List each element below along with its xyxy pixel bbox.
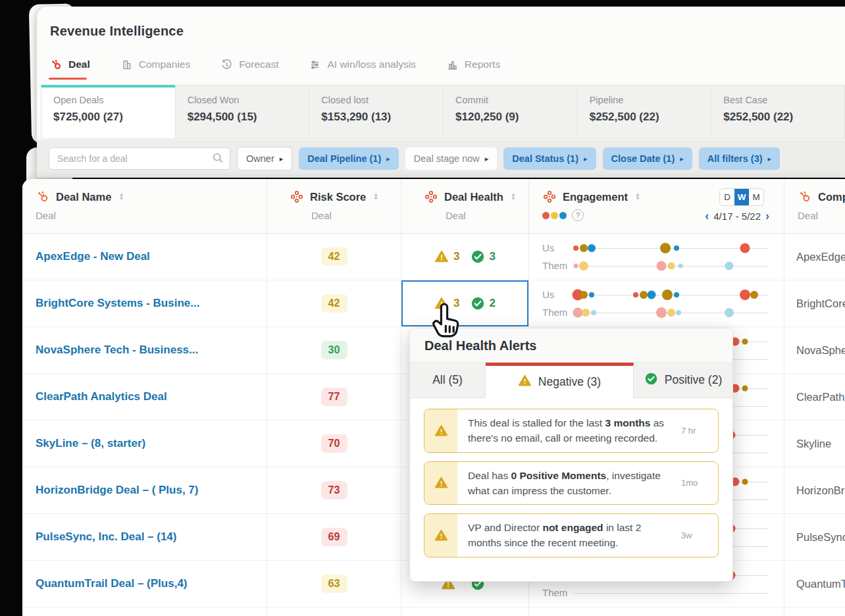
- filter-deal-pipeline[interactable]: Deal Pipeline (1) ▸: [299, 147, 399, 170]
- summary-label: Closed Won: [188, 95, 309, 105]
- column-title: Engagement: [563, 191, 628, 203]
- column-title: Risk Score: [310, 191, 366, 203]
- chevron-right-icon: ▸: [485, 155, 489, 163]
- search-input[interactable]: [49, 147, 230, 170]
- sort-arrows-icon: ▲▼: [511, 193, 516, 201]
- summary-card-closed-won[interactable]: Closed Won $294,500 (15): [175, 85, 309, 139]
- summary-value: $725,000 (27): [53, 111, 175, 124]
- engagement-dot-blue: [674, 245, 679, 251]
- alert-text: Deal has 0 Positive Moments, investigate…: [457, 462, 681, 505]
- popup-tab-label: All (5): [432, 373, 463, 387]
- warning-icon: [424, 409, 457, 452]
- deal-name-link[interactable]: QuantumTrail Deal – (Plus,4): [22, 577, 188, 590]
- summary-card-closed-lost[interactable]: Closed lost $153,290 (13): [309, 85, 443, 139]
- table-header: Deal Name ▲▼ Deal Risk Score ▲▼ Deal: [22, 179, 845, 234]
- filter-owner[interactable]: Owner ▸: [237, 147, 292, 170]
- popup-tab-all[interactable]: All (5): [410, 363, 486, 398]
- filter-all-filters[interactable]: All filters (3) ▸: [699, 147, 780, 170]
- engagement-us-label: Us: [542, 289, 574, 300]
- health-cross-icon: [542, 190, 557, 204]
- filter-deal-status[interactable]: Deal Status (1) ▸: [503, 147, 596, 170]
- popup-tab-negative[interactable]: Negative (3): [486, 363, 634, 398]
- warning-icon: [434, 296, 449, 311]
- deal-health-alerts-popup: Deal Health Alerts All (5) Negative (3) …: [409, 328, 733, 582]
- engagement-dot-olive: [742, 385, 748, 391]
- company-cell: Skyline: [784, 421, 845, 467]
- filter-label: All filters (3): [707, 153, 763, 164]
- column-title: Company: [818, 191, 845, 203]
- engagement-dot-red: [740, 290, 750, 300]
- filter-label: Deal Pipeline (1): [307, 153, 381, 164]
- engagement-dot-blue: [588, 244, 596, 252]
- popup-tab-label: Negative (3): [538, 375, 601, 389]
- summary-card-pipeline[interactable]: Pipeline $252,500 (22): [577, 85, 711, 139]
- deal-health-cell-selected[interactable]: 32: [401, 280, 529, 326]
- next-range-icon[interactable]: ›: [765, 211, 769, 221]
- nav-tab-label: AI win/loss analysis: [327, 59, 415, 70]
- engagement-us-line: Us: [542, 242, 768, 255]
- nav-tab-ai-winloss[interactable]: AI win/loss analysis: [309, 53, 415, 76]
- granularity-toggle: D W M: [719, 188, 764, 206]
- deal-name-link[interactable]: ClearPath Analytics Deal: [22, 390, 167, 403]
- engagement-them-track: [574, 586, 768, 600]
- column-header-deal-name[interactable]: Deal Name ▲▼ Deal: [22, 179, 267, 233]
- filter-label: Close Date (1): [611, 153, 675, 164]
- summary-value: $120,250 (9): [455, 111, 577, 124]
- company-cell: [784, 607, 845, 616]
- company-cell: HorizonBridge: [784, 467, 845, 513]
- prev-range-icon[interactable]: ‹: [705, 211, 709, 221]
- nav-tab-label: Forecast: [239, 59, 278, 70]
- negative-count: 3: [453, 297, 459, 310]
- buildings-icon: [120, 59, 133, 71]
- toggle-month[interactable]: M: [749, 189, 763, 205]
- summary-card-commit[interactable]: Commit $120,250 (9): [443, 85, 577, 139]
- deal-name-link[interactable]: BrightCore Systems - Busine...: [22, 297, 199, 310]
- summary-value: $153,290 (13): [321, 111, 443, 124]
- alert-text: This deal is stalled for the last 3 mont…: [457, 409, 681, 452]
- company-cell: PulseSync: [784, 514, 845, 560]
- deal-name-link[interactable]: ApexEdge - New Deal: [22, 250, 150, 263]
- alert-card-no-positive-moments: Deal has 0 Positive Moments, investigate…: [424, 461, 719, 505]
- filter-close-date[interactable]: Close Date (1) ▸: [603, 147, 692, 170]
- nav-tab-forecast[interactable]: Forecast: [220, 53, 278, 76]
- column-header-company[interactable]: Company Deal: [784, 179, 845, 233]
- deal-health-cell[interactable]: [401, 607, 529, 616]
- column-subtitle: Deal: [415, 210, 528, 221]
- filter-deal-stage-now[interactable]: Deal stage now ▸: [405, 147, 497, 170]
- column-subtitle: Deal: [36, 210, 267, 221]
- summary-card-open-deals[interactable]: Open Deals $725,000 (27): [41, 85, 175, 139]
- engagement-us-track: [574, 288, 768, 301]
- nav-tab-companies[interactable]: Companies: [120, 53, 190, 76]
- deal-name-link[interactable]: PulseSync, Inc. Deal – (14): [22, 530, 176, 544]
- toggle-day[interactable]: D: [720, 189, 734, 205]
- engagement-cell: UsThem: [529, 234, 784, 280]
- filter-label: Owner: [246, 153, 274, 164]
- column-header-risk-score[interactable]: Risk Score ▲▼ Deal: [267, 179, 401, 233]
- deal-name-link[interactable]: HorizonBridge Deal – ( Plus, 7): [22, 484, 199, 497]
- engagement-dot-olive: [580, 291, 588, 299]
- deal-health-cell[interactable]: 33: [401, 234, 529, 280]
- nav-tab-reports[interactable]: Reports: [446, 53, 500, 76]
- column-subtitle: Deal: [280, 210, 401, 221]
- help-icon[interactable]: ?: [572, 209, 584, 221]
- engagement-us-track: [574, 242, 768, 255]
- primary-nav: Deal Companies Forecast AI win/loss anal…: [37, 39, 845, 76]
- deal-name-link[interactable]: SkyLine – (8, starter): [22, 437, 145, 450]
- nav-tab-deal[interactable]: Deal: [50, 53, 90, 76]
- engagement-dot-olive: [742, 338, 748, 344]
- date-range-label: 4/17 - 5/22: [713, 211, 761, 222]
- deal-name-link[interactable]: NovaSphere Tech - Business...: [22, 344, 198, 357]
- nav-tab-label: Deal: [68, 59, 90, 70]
- summary-card-best-case[interactable]: Best Case $252,500 (22): [711, 85, 845, 139]
- popup-title: Deal Health Alerts: [410, 328, 732, 363]
- toggle-week[interactable]: W: [734, 189, 749, 205]
- summary-label: Best Case: [723, 95, 844, 105]
- positive-count: 2: [490, 297, 496, 310]
- engagement-them-label: Them: [542, 587, 574, 598]
- chevron-right-icon: ▸: [680, 155, 684, 163]
- popup-tab-positive[interactable]: Positive (2): [634, 363, 732, 398]
- engagement-dot-olive: [640, 291, 648, 299]
- column-header-engagement[interactable]: Engagement ▲▼ ? D W M ‹ 4/17 - 5/22: [529, 179, 784, 233]
- column-header-deal-health[interactable]: Deal Health ▲▼ Deal: [401, 179, 529, 233]
- deal-search: [49, 147, 230, 170]
